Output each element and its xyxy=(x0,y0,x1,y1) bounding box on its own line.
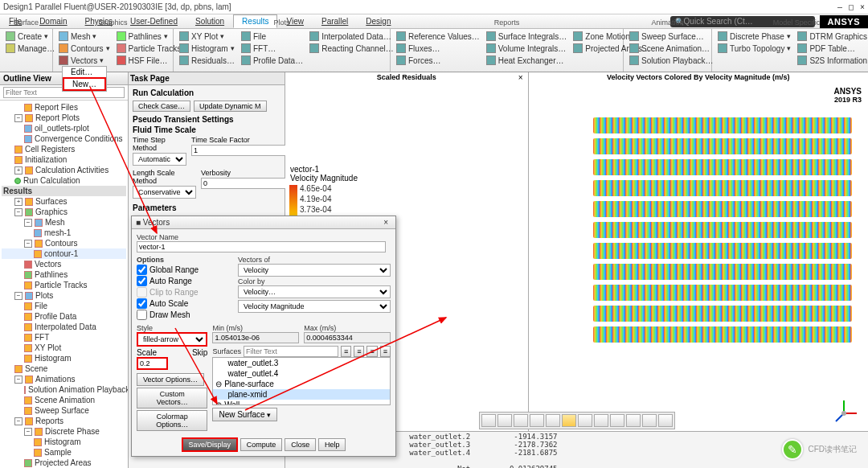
lsm-select[interactable]: Conservative xyxy=(133,186,196,199)
interp-data-button[interactable]: Interpolated Data… xyxy=(307,31,396,42)
disc-phase-button[interactable]: Discrete Phase ▾ xyxy=(715,31,793,42)
help-button[interactable]: Help xyxy=(318,438,346,451)
tree-convergence[interactable]: Convergence Conditions xyxy=(2,133,126,144)
tree-surfaces[interactable]: +Surfaces xyxy=(2,196,126,207)
tree-profile-data[interactable]: Profile Data xyxy=(2,311,126,322)
tree-graphics[interactable]: −Graphics xyxy=(2,207,126,217)
tree-contour1[interactable]: contour-1 xyxy=(2,248,126,259)
tb-12[interactable] xyxy=(658,414,673,427)
tree-file[interactable]: File xyxy=(2,301,126,311)
new-surf-button[interactable]: New Surface ▾ xyxy=(212,408,277,421)
update-mesh-button[interactable]: Update Dynamic M xyxy=(194,101,267,112)
vname-input[interactable] xyxy=(137,241,386,252)
manage-button[interactable]: Manage… xyxy=(3,43,57,54)
tb-5[interactable] xyxy=(546,414,560,427)
tree-anim[interactable]: −Animations xyxy=(2,374,126,384)
tb-11[interactable] xyxy=(642,414,657,427)
refvals-button[interactable]: Reference Values… xyxy=(394,31,482,42)
surf-filter[interactable] xyxy=(244,346,338,357)
tree-report-files[interactable]: Report Files xyxy=(2,102,126,113)
tree-run-calc[interactable]: Run Calculation xyxy=(2,175,126,186)
tree-vectors[interactable]: Vectors xyxy=(2,259,126,269)
surf-list[interactable]: water_outlet.3 water_outlet.4 ⊖ Plane-su… xyxy=(212,357,391,405)
style-select[interactable]: filled-arrow xyxy=(137,332,207,347)
tree-oil-outlets[interactable]: oil_outlets-rplot xyxy=(2,123,126,133)
heatex-button[interactable]: Heat Exchanger… xyxy=(484,55,570,66)
draw-mesh-check[interactable] xyxy=(137,310,147,320)
tree-sample[interactable]: Sample xyxy=(2,447,126,458)
tb-9[interactable] xyxy=(610,414,624,427)
vector-plot[interactable] xyxy=(593,113,852,428)
dialog-close-icon[interactable]: × xyxy=(380,218,391,227)
tree-interp-data[interactable]: Interpolated Data xyxy=(2,322,126,332)
vectors-new-item[interactable]: New… xyxy=(63,77,106,91)
tree-scene[interactable]: Scene xyxy=(2,363,126,374)
verb-input[interactable] xyxy=(201,178,296,189)
tree-mesh[interactable]: −Mesh xyxy=(2,217,126,228)
plot-file-button[interactable]: File xyxy=(239,31,305,42)
tree-reports[interactable]: −Reports xyxy=(2,416,126,426)
check-case-button[interactable]: Check Case… xyxy=(133,101,190,112)
fft-button[interactable]: FFT… xyxy=(239,43,305,54)
vec-opt-button[interactable]: Vector Options… xyxy=(137,373,204,386)
resid-button[interactable]: Residuals… xyxy=(177,55,237,66)
fluxes-button[interactable]: Fluxes… xyxy=(394,43,482,54)
tree-mesh1[interactable]: mesh-1 xyxy=(2,228,126,238)
volint-button[interactable]: Volume Integrals… xyxy=(484,43,570,54)
surf-item-3[interactable]: ⊖ Plane-surface xyxy=(213,379,390,389)
tb-6[interactable] xyxy=(562,414,576,427)
scale-input[interactable] xyxy=(137,357,168,370)
hist-button[interactable]: Histogram ▾ xyxy=(177,43,237,54)
compute-button[interactable]: Compute xyxy=(240,438,283,451)
tsf-input[interactable] xyxy=(191,145,286,156)
tree-contours[interactable]: −Contours xyxy=(2,238,126,248)
tree-solanim[interactable]: Solution Animation Playback xyxy=(2,384,126,395)
forces-button[interactable]: Forces… xyxy=(394,55,482,66)
s2s-button[interactable]: S2S Information… xyxy=(795,55,868,66)
surf-item-4[interactable]: plane-xmid xyxy=(213,389,390,400)
tree-calc-act[interactable]: +Calculation Activities xyxy=(2,165,126,175)
resid-close-icon[interactable]: × xyxy=(518,73,523,82)
tree-histogram[interactable]: Histogram xyxy=(2,353,126,363)
mesh-button[interactable]: Mesh ▾ xyxy=(56,31,113,42)
tree-cell-reg[interactable]: Cell Registers xyxy=(2,144,126,154)
auto-range-check[interactable] xyxy=(137,276,147,286)
tree-xyplot[interactable]: XY Plot xyxy=(2,343,126,353)
tree-sceneanim[interactable]: Scene Animation xyxy=(2,395,126,405)
surf-item-1[interactable]: water_outlet.3 xyxy=(213,358,390,368)
maximize-icon[interactable]: □ xyxy=(849,2,854,11)
vof-select[interactable]: Velocity xyxy=(238,264,391,277)
sweep-button[interactable]: Sweep Surface… xyxy=(627,31,716,42)
tree-particle[interactable]: Particle Tracks xyxy=(2,280,126,290)
tb-4[interactable] xyxy=(530,414,544,427)
surf-toggle-1[interactable]: ≡ xyxy=(341,346,351,357)
tree-hist2[interactable]: Histogram xyxy=(2,437,126,447)
surf-item-2[interactable]: water_outlet.4 xyxy=(213,368,390,379)
close-icon[interactable]: × xyxy=(860,2,865,11)
tb-10[interactable] xyxy=(626,414,641,427)
profile-data-button[interactable]: Profile Data… xyxy=(239,55,305,66)
tb-7[interactable] xyxy=(578,414,592,427)
pdf-button[interactable]: PDF Table… xyxy=(795,43,868,54)
colorby-select[interactable]: Velocity… xyxy=(238,285,391,298)
close-button[interactable]: Close xyxy=(285,438,316,451)
react-chan-button[interactable]: Reacting Channel… xyxy=(307,43,396,54)
tree-fft[interactable]: FFT xyxy=(2,332,126,343)
surf-toggle-4[interactable]: ≡ xyxy=(380,346,391,357)
surf-toggle-2[interactable]: ≡ xyxy=(354,346,364,357)
triad-icon[interactable] xyxy=(829,399,858,428)
tb-2[interactable] xyxy=(497,414,512,427)
tree-init[interactable]: Initialization xyxy=(2,154,126,165)
tree-pathlines[interactable]: Pathlines xyxy=(2,269,126,280)
tsm-select[interactable]: Automatic xyxy=(133,153,186,166)
tree-results[interactable]: Results xyxy=(2,186,126,196)
cmap-button[interactable]: Colormap Options… xyxy=(137,410,207,431)
surf-item-5[interactable]: ⊕ Wall xyxy=(213,400,390,405)
auto-scale-check[interactable] xyxy=(137,298,147,309)
contours-button[interactable]: Contours ▾ xyxy=(56,43,113,54)
tree-report-plots[interactable]: −Report Plots xyxy=(2,113,126,123)
tb-3[interactable] xyxy=(514,414,528,427)
clip-range-check[interactable] xyxy=(137,287,147,298)
colorby2-select[interactable]: Velocity Magnitude xyxy=(238,300,391,313)
global-range-check[interactable] xyxy=(137,265,147,275)
